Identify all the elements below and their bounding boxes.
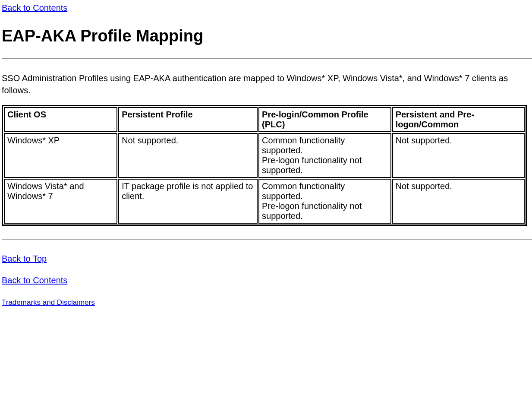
col-header-client-os: Client OS: [4, 107, 117, 132]
cell-text: Pre-logon functionality not supported.: [262, 201, 362, 221]
cell-client-os: Windows* XP: [4, 133, 117, 178]
cell-text: Common functionality supported.: [262, 136, 345, 155]
col-header-prelogin-common: Pre-login/Common Profile (PLC): [258, 107, 391, 132]
back-to-contents-link-top[interactable]: Back to Contents: [2, 3, 67, 13]
cell-persistent-prelogon: Not supported.: [392, 179, 525, 224]
col-header-persistent-profile: Persistent Profile: [118, 107, 258, 132]
cell-text: Common functionality supported.: [262, 181, 345, 201]
cell-text: Pre-logon functionality not supported.: [262, 155, 362, 175]
table-row: Windows* XP Not supported. Common functi…: [4, 133, 525, 178]
divider-top: [2, 58, 532, 59]
page-title: EAP-AKA Profile Mapping: [2, 27, 532, 45]
intro-paragraph: SSO Administration Profiles using EAP-AK…: [2, 72, 530, 96]
cell-prelogin: Common functionality supported. Pre-logo…: [258, 179, 391, 224]
back-to-top-link[interactable]: Back to Top: [2, 254, 47, 263]
divider-bottom: [2, 239, 532, 240]
col-header-persistent-prelogon: Persistent and Pre-logon/Common: [392, 107, 525, 132]
table-row: Windows Vista* and Windows* 7 IT package…: [4, 179, 525, 224]
cell-client-os: Windows Vista* and Windows* 7: [4, 179, 117, 224]
table-header-row: Client OS Persistent Profile Pre-login/C…: [4, 107, 525, 132]
cell-persistent: Not supported.: [118, 133, 258, 178]
cell-persistent: IT package profile is not applied to cli…: [118, 179, 258, 224]
profile-mapping-table: Client OS Persistent Profile Pre-login/C…: [2, 105, 527, 226]
cell-prelogin: Common functionality supported. Pre-logo…: [258, 133, 391, 178]
back-to-contents-link-bottom[interactable]: Back to Contents: [2, 275, 67, 285]
cell-persistent-prelogon: Not supported.: [392, 133, 525, 178]
trademarks-link[interactable]: Trademarks and Disclaimers: [2, 298, 95, 307]
